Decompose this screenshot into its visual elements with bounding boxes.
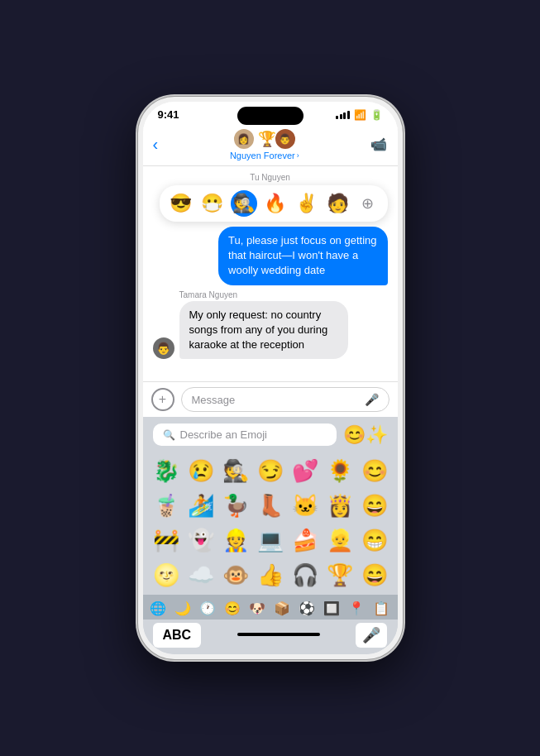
emoji-laugh[interactable]: 😁 [358, 524, 391, 557]
status-icons: 📶 🔋 [336, 109, 383, 121]
abc-button[interactable]: ABC [153, 623, 202, 648]
message-input-field[interactable]: Message 🎤 [181, 387, 389, 412]
status-time: 9:41 [158, 108, 179, 121]
emoji-blonde[interactable]: 👱 [323, 524, 356, 557]
emoji-spy[interactable]: 🕵️ [219, 454, 252, 487]
bubble-outgoing: Tu, please just focus on getting that ha… [218, 227, 387, 285]
emoji-surf[interactable]: 🏄 [184, 489, 217, 522]
reactions-popup: 😎 😷 🕵️ 🔥 ✌️ 🧑 ⊕ [160, 185, 388, 222]
kb-object-icon[interactable]: 📍 [348, 600, 365, 616]
message-incoming: 👨 My only request: no country songs from… [153, 301, 388, 360]
emoji-laptop[interactable]: 💻 [254, 524, 287, 557]
emoji-boots[interactable]: 👢 [254, 489, 287, 522]
keyboard-bottom-bar: 🌐 🌙 🕐 😊 🐶 📦 ⚽ 🔲 📍 📋 🏳 ⌫ [143, 595, 398, 620]
kb-moon-icon[interactable]: 🌙 [174, 600, 191, 616]
nav-center[interactable]: 👩 🏆 👨 Nguyen Forever › [230, 127, 299, 160]
phone-device: 9:41 📶 🔋 ‹ 👩 🏆 👨 [138, 97, 403, 659]
wifi-icon: 📶 [354, 109, 366, 121]
battery-icon: 🔋 [370, 109, 383, 121]
reaction-dizzy[interactable]: 😎 [168, 190, 194, 217]
sender-label-tamara: Tamara Nguyen [179, 290, 388, 299]
message-placeholder: Message [192, 394, 236, 406]
nav-bar: ‹ 👩 🏆 👨 Nguyen Forever › 📹 [143, 124, 398, 166]
emoji-smile[interactable]: 😊 [358, 454, 391, 487]
emoji-thumbsup[interactable]: 👍 [254, 558, 287, 591]
search-icon: 🔍 [163, 429, 175, 441]
message-input-row: + Message 🎤 [143, 381, 398, 417]
emoji-search-input[interactable]: 🔍 Describe an Emoji [153, 423, 337, 446]
message-outgoing: Tu, please just focus on getting that ha… [153, 227, 388, 285]
dynamic-island [237, 107, 303, 125]
emoji-ghost[interactable]: 👻 [184, 524, 217, 557]
emoji-monkey[interactable]: 🐵 [219, 558, 252, 591]
attachment-button[interactable]: + [151, 388, 174, 411]
emoji-worker[interactable]: 👷 [219, 524, 252, 557]
phone-screen: 9:41 📶 🔋 ‹ 👩 🏆 👨 [143, 102, 398, 654]
emoji-search-placeholder: Describe an Emoji [180, 428, 268, 441]
keyboard-mic-button[interactable]: 🎤 [356, 623, 387, 648]
sender-label-tu: Tu Nguyen [153, 173, 388, 182]
emoji-princess[interactable]: 👸 [323, 489, 356, 522]
reaction-mask[interactable]: 😷 [199, 190, 226, 217]
mic-icon[interactable]: 🎤 [365, 393, 379, 406]
kb-animal-icon[interactable]: 🐶 [249, 600, 265, 616]
emoji-hearts[interactable]: 💕 [289, 454, 322, 487]
emoji-flower[interactable]: 🌻 [323, 454, 356, 487]
keyboard-category-icons: 🌐 🌙 🕐 😊 🐶 📦 ⚽ 🔲 📍 📋 🏳 [150, 600, 398, 616]
keyboard-abc-row: ABC 🎤 [143, 620, 398, 654]
reaction-peace[interactable]: ✌️ [294, 190, 320, 217]
emoji-grid: 🐉 😢 🕵️ 😏 💕 🌻 😊 🧋 🏄 🦆 👢 🐱 👸 😄 🚧 👻 👷 💻 [143, 451, 398, 595]
reaction-person[interactable]: 🧑 [325, 190, 351, 217]
kb-emoji-icon[interactable]: 😊 [224, 600, 241, 616]
emoji-boba[interactable]: 🧋 [150, 489, 183, 522]
avatar-1: 👩 [232, 127, 256, 151]
emoji-search-bar: 🔍 Describe an Emoji 😊✨ [143, 417, 398, 451]
emoji-duck[interactable]: 🦆 [219, 489, 252, 522]
kb-travel-icon[interactable]: 🔲 [323, 600, 340, 616]
reaction-spy[interactable]: 🕵️ [231, 190, 257, 217]
genmoji-button[interactable]: 😊✨ [343, 424, 388, 446]
emoji-moon-face[interactable]: 🌝 [150, 558, 183, 591]
signal-icon [336, 111, 350, 119]
emoji-headphones[interactable]: 🎧 [289, 558, 322, 591]
kb-activity-icon[interactable]: ⚽ [299, 600, 315, 616]
kb-symbol-icon[interactable]: 📋 [373, 600, 389, 616]
emoji-cloud[interactable]: ☁️ [184, 558, 217, 591]
emoji-wink[interactable]: 😏 [254, 454, 287, 487]
nav-chevron-icon: › [297, 151, 299, 160]
avatar-2: 👨 [274, 127, 297, 151]
reaction-fire[interactable]: 🔥 [262, 190, 289, 217]
kb-clock-icon[interactable]: 🕐 [199, 600, 216, 616]
emoji-keyboard: 🔍 Describe an Emoji 😊✨ 🐉 😢 🕵️ 😏 💕 🌻 😊 🧋 … [143, 417, 398, 654]
emoji-cry[interactable]: 😢 [184, 454, 217, 487]
add-reaction-button[interactable]: ⊕ [356, 192, 380, 215]
emoji-happy[interactable]: 😄 [358, 558, 391, 591]
video-call-button[interactable]: 📹 [370, 136, 387, 152]
emoji-cat[interactable]: 🐱 [289, 489, 322, 522]
bubble-incoming: My only request: no country songs from a… [179, 301, 348, 360]
emoji-trophy[interactable]: 🏆 [323, 558, 356, 591]
group-name[interactable]: Nguyen Forever › [230, 151, 299, 160]
chat-area: Tu Nguyen 😎 😷 🕵️ 🔥 ✌️ 🧑 ⊕ Tu, please jus… [143, 166, 398, 381]
home-indicator [237, 633, 320, 636]
emoji-cone[interactable]: 🚧 [150, 524, 183, 557]
kb-food-icon[interactable]: 📦 [274, 600, 290, 616]
group-avatars: 👩 🏆 👨 [232, 127, 297, 151]
emoji-grin[interactable]: 😄 [358, 489, 391, 522]
avatar-tamara: 👨 [153, 337, 174, 359]
back-button[interactable]: ‹ [153, 135, 159, 154]
kb-globe-icon[interactable]: 🌐 [150, 600, 166, 616]
emoji-dragon[interactable]: 🐉 [150, 454, 183, 487]
emoji-cake[interactable]: 🍰 [289, 524, 322, 557]
